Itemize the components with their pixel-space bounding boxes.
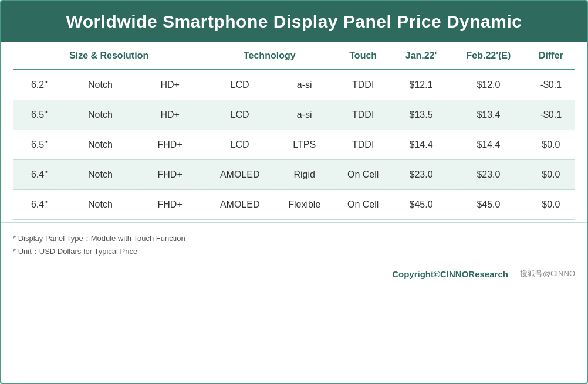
- cell-differ: $0.0: [527, 130, 575, 160]
- card: Worldwide Smartphone Display Panel Price…: [0, 0, 588, 384]
- table-body: 6.2"NotchHD+LCDa-siTDDI$12.1$12.0-$0.16.…: [13, 70, 575, 220]
- cell-feb22: $14.4: [450, 130, 527, 160]
- header-technology: Technology: [205, 42, 334, 70]
- price-table: Size & Resolution Technology Touch Jan.2…: [13, 42, 575, 220]
- sohu-text: 搜狐号@CINNO: [520, 269, 575, 279]
- cell-resolution: HD+: [135, 70, 205, 100]
- cell-feb22: $23.0: [450, 160, 527, 190]
- cell-tech: AMOLED: [205, 190, 275, 220]
- header-size-resolution: Size & Resolution: [13, 42, 205, 70]
- table-row: 6.2"NotchHD+LCDa-siTDDI$12.1$12.0-$0.1: [13, 70, 575, 100]
- cell-differ: $0.0: [527, 190, 575, 220]
- cell-size: 6.5": [13, 100, 66, 130]
- cell-size: 6.4": [13, 160, 66, 190]
- table-row: 6.5"NotchFHD+LCDLTPSTDDI$14.4$14.4$0.0: [13, 130, 575, 160]
- cell-touch: TDDI: [334, 130, 392, 160]
- cell-touch: TDDI: [334, 70, 392, 100]
- header-differ: Differ: [527, 42, 575, 70]
- cell-resolution: HD+: [135, 100, 205, 130]
- cell-jan22: $13.5: [392, 100, 450, 130]
- cell-resolution: FHD+: [135, 190, 205, 220]
- cell-form: Notch: [66, 190, 135, 220]
- cell-form: Notch: [66, 100, 135, 130]
- page-title: Worldwide Smartphone Display Panel Price…: [1, 1, 587, 42]
- cell-differ: $0.0: [527, 160, 575, 190]
- footnote-1: * Display Panel Type：Module with Touch F…: [13, 232, 575, 245]
- cell-jan22: $45.0: [392, 190, 450, 220]
- cell-tech: LCD: [205, 70, 275, 100]
- cell-size: 6.5": [13, 130, 66, 160]
- cell-differ: -$0.1: [527, 70, 575, 100]
- table-row: 6.4"NotchFHD+AMOLEDRigidOn Cell$23.0$23.…: [13, 160, 575, 190]
- cell-form: Notch: [66, 130, 135, 160]
- cell-size: 6.4": [13, 190, 66, 220]
- cell-feb22: $12.0: [450, 70, 527, 100]
- cell-form: Notch: [66, 160, 135, 190]
- cell-feb22: $45.0: [450, 190, 527, 220]
- header-touch: Touch: [334, 42, 392, 70]
- cell-form: Notch: [66, 70, 135, 100]
- cell-touch: TDDI: [334, 100, 392, 130]
- table-row: 6.4"NotchFHD+AMOLEDFlexibleOn Cell$45.0$…: [13, 190, 575, 220]
- cell-touch: On Cell: [334, 160, 392, 190]
- cell-resolution: FHD+: [135, 160, 205, 190]
- header-jan22: Jan.22': [392, 42, 450, 70]
- cell-tech: LCD: [205, 100, 275, 130]
- cell-size: 6.2": [13, 70, 66, 100]
- cell-jan22: $14.4: [392, 130, 450, 160]
- cell-tech: LCD: [205, 130, 275, 160]
- cell-backlight: a-si: [275, 100, 334, 130]
- cell-touch: On Cell: [334, 190, 392, 220]
- table-header-row: Size & Resolution Technology Touch Jan.2…: [13, 42, 575, 70]
- cell-resolution: FHD+: [135, 130, 205, 160]
- footer-notes: * Display Panel Type：Module with Touch F…: [1, 222, 587, 264]
- cell-jan22: $23.0: [392, 160, 450, 190]
- table-row: 6.5"NotchHD+LCDa-siTDDI$13.5$13.4-$0.1: [13, 100, 575, 130]
- cell-backlight: Rigid: [275, 160, 334, 190]
- footer-bottom: Copyright©CINNOResearch 搜狐号@CINNO: [1, 264, 587, 286]
- header-feb22: Feb.22'(E): [450, 42, 527, 70]
- cell-jan22: $12.1: [392, 70, 450, 100]
- cell-backlight: a-si: [275, 70, 334, 100]
- cell-backlight: LTPS: [275, 130, 334, 160]
- table-container: Size & Resolution Technology Touch Jan.2…: [1, 42, 587, 220]
- copyright-text: Copyright©CINNOResearch: [392, 269, 508, 279]
- cell-differ: -$0.1: [527, 100, 575, 130]
- footnote-2: * Unit：USD Dollars for Typical Price: [13, 245, 575, 258]
- cell-feb22: $13.4: [450, 100, 527, 130]
- cell-tech: AMOLED: [205, 160, 275, 190]
- cell-backlight: Flexible: [275, 190, 334, 220]
